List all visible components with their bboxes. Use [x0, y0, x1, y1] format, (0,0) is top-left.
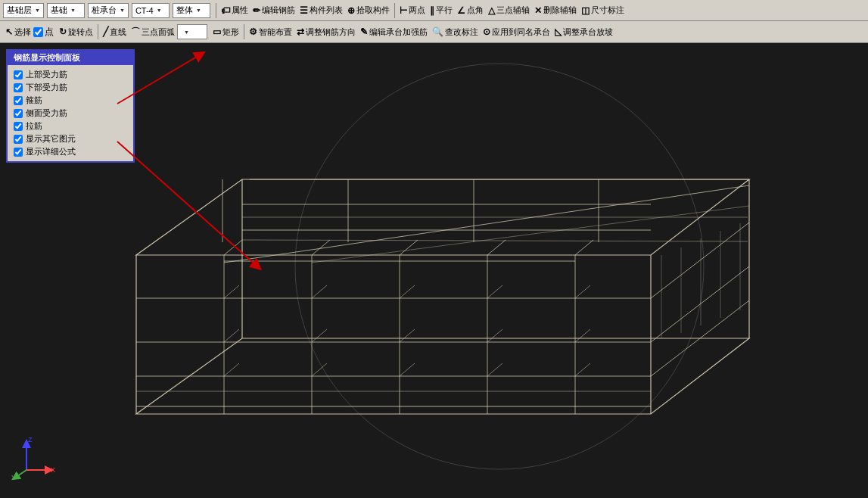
component-list-icon: ☰ [300, 5, 308, 16]
smart-layout-button[interactable]: ⚙ 智能布置 [247, 26, 294, 39]
apply-same-button[interactable]: ⊙ 应用到同名承台 [481, 26, 552, 39]
bottom-rebar-label: 下部受力筋 [26, 82, 67, 93]
tie-bar-label: 拉筋 [26, 120, 42, 132]
layer-dropdown[interactable]: 基础层 [3, 3, 44, 18]
property-button[interactable]: 🏷 属性 [219, 4, 250, 17]
z-axis-label: Z [28, 436, 33, 444]
cap-label: 桩承台 [92, 5, 117, 16]
toolbar: 基础层 基础 桩承台 CT-4 整体 🏷 属性 ✏ 编辑钢筋 ☰ 构件列表 ⊕ … [0, 0, 868, 43]
slope-icon: ◺ [555, 26, 562, 37]
dimension-button[interactable]: ◫ 尺寸标注 [579, 4, 627, 17]
dimension-icon: ◫ [581, 5, 590, 16]
panel-item-stirrup: 箍筋 [14, 94, 127, 107]
point-angle-button[interactable]: ∠ 点角 [455, 4, 486, 17]
property-icon: 🏷 [221, 5, 230, 16]
ct4-label: CT-4 [135, 6, 154, 15]
smart-layout-icon: ⚙ [249, 26, 257, 37]
ct4-dropdown[interactable]: CT-4 [132, 3, 170, 18]
edit-bar-button[interactable]: ✎ 编辑承台加强筋 [358, 26, 430, 39]
show-formula-label: 显示详细公式 [26, 146, 76, 157]
stirrup-checkbox[interactable] [14, 96, 23, 105]
delete-axis-icon: ✕ [534, 5, 542, 16]
component-list-button[interactable]: ☰ 构件列表 [297, 4, 345, 17]
edit-rebar-icon: ✏ [253, 5, 260, 16]
show-others-checkbox[interactable] [14, 135, 23, 144]
point-checkbox[interactable] [33, 27, 43, 37]
select-icon: ↖ [5, 26, 13, 37]
control-panel-title: 钢筋显示控制面板 [8, 51, 133, 65]
rect-icon: ▭ [213, 26, 221, 37]
coord-axes-svg: Z X Y [11, 436, 57, 481]
three-point-button[interactable]: △ 三点辅轴 [486, 4, 532, 17]
line-icon: ╱ [103, 26, 108, 37]
query-icon: 🔍 [432, 26, 443, 37]
two-point-button[interactable]: ⊢ 两点 [397, 4, 428, 17]
sep4 [244, 24, 244, 39]
tie-bar-checkbox[interactable] [14, 122, 23, 131]
toolbar-row2: ↖ 选择 点 ↻ 旋转点 ╱ 直线 ⌒ 三点面弧 ▭ 矩形 ⚙ 智能 [0, 21, 868, 42]
panel-item-top-rebar: 上部受力筋 [14, 68, 127, 81]
parallel-button[interactable]: ∥ 平行 [428, 4, 455, 17]
control-panel: 钢筋显示控制面板 上部受力筋 下部受力筋 箍筋 侧面受力筋 拉筋 显示其它图元 … [6, 49, 135, 163]
query-modify-button[interactable]: 🔍 查改标注 [430, 26, 481, 39]
panel-item-tie-bar: 拉筋 [14, 120, 127, 132]
show-formula-checkbox[interactable] [14, 148, 23, 157]
side-rebar-label: 侧面受力筋 [26, 107, 67, 119]
slope-button[interactable]: ◺ 调整承台放坡 [552, 26, 615, 39]
arc-button[interactable]: ⌒ 三点面弧 [129, 25, 177, 39]
y-axis-label: Y [11, 474, 16, 481]
two-point-icon: ⊢ [400, 5, 407, 16]
type-dropdown[interactable]: 基础 [47, 3, 85, 18]
rotate-icon: ↻ [59, 26, 67, 37]
sep2 [394, 3, 395, 18]
apply-icon: ⊙ [483, 26, 490, 37]
svg-line-72 [15, 470, 26, 478]
edit-bar-icon: ✎ [360, 26, 368, 37]
three-point-icon: △ [488, 5, 495, 16]
pick-icon: ⊕ [347, 5, 355, 16]
stirrup-label: 箍筋 [26, 95, 42, 106]
bottom-rebar-checkbox[interactable] [14, 83, 23, 92]
adjust-rebar-icon: ⇄ [297, 26, 304, 37]
point-checkbox-container: 点 [33, 26, 54, 39]
arc-type-dropdown[interactable] [177, 24, 207, 39]
arc-icon: ⌒ [131, 26, 140, 39]
top-rebar-label: 上部受力筋 [26, 69, 67, 80]
rect-button[interactable]: ▭ 矩形 [210, 26, 241, 39]
rotate-point-button[interactable]: ↻ 旋转点 [57, 26, 95, 39]
sep1 [216, 3, 216, 18]
line-button[interactable]: ╱ 直线 [101, 26, 129, 39]
point-angle-icon: ∠ [457, 5, 465, 16]
toolbar-row1: 基础层 基础 桩承台 CT-4 整体 🏷 属性 ✏ 编辑钢筋 ☰ 构件列表 ⊕ … [0, 0, 868, 21]
adjust-rebar-button[interactable]: ⇄ 调整钢筋方向 [294, 26, 358, 39]
x-axis-label: X [51, 466, 55, 474]
parallel-icon: ∥ [430, 5, 434, 16]
overall-dropdown[interactable]: 整体 [173, 3, 210, 18]
delete-axis-button[interactable]: ✕ 删除辅轴 [532, 4, 579, 17]
type-label: 基础 [51, 5, 67, 16]
edit-rebar-button[interactable]: ✏ 编辑钢筋 [250, 4, 297, 17]
top-rebar-checkbox[interactable] [14, 70, 23, 79]
panel-item-side-rebar: 侧面受力筋 [14, 107, 127, 120]
layer-label: 基础层 [7, 5, 32, 16]
pick-component-button[interactable]: ⊕ 拾取构件 [345, 4, 392, 17]
cap-dropdown[interactable]: 桩承台 [88, 3, 129, 18]
panel-item-show-formula: 显示详细公式 [14, 145, 127, 158]
select-button[interactable]: ↖ 选择 [3, 26, 33, 39]
panel-item-show-others: 显示其它图元 [14, 132, 127, 145]
panel-item-bottom-rebar: 下部受力筋 [14, 81, 127, 94]
coordinate-indicator: Z X Y [11, 436, 57, 484]
sep3 [98, 24, 98, 39]
overall-label: 整体 [176, 5, 193, 16]
side-rebar-checkbox[interactable] [14, 109, 23, 118]
show-others-label: 显示其它图元 [26, 133, 76, 145]
main-canvas[interactable]: 钢筋显示控制面板 上部受力筋 下部受力筋 箍筋 侧面受力筋 拉筋 显示其它图元 … [0, 43, 868, 498]
